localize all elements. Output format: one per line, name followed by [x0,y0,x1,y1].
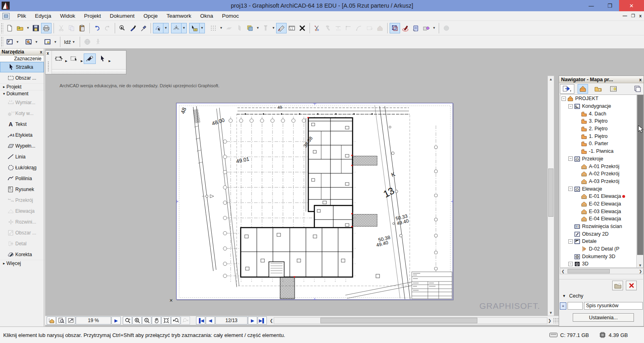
tree-item-label[interactable]: E-02 Elewacja [589,201,621,207]
previous-layout-button[interactable]: ◀ [206,316,215,325]
layout-book-button[interactable] [608,84,619,94]
tree-item-label[interactable]: -1. Piwnica [589,148,613,154]
navigator-close-icon[interactable]: x [639,77,642,82]
tree-row[interactable]: − Przekroje [560,155,637,163]
tree-horizontal-scrollbar[interactable]: ❮ ❯ [560,268,644,274]
menu-item[interactable]: Widok [56,12,80,20]
tree-row[interactable]: − A-02 Przekrój [560,170,637,178]
new-button[interactable] [4,23,15,33]
zoom-box-button[interactable]: ± [123,316,132,325]
tree-row[interactable]: − A-03 Przekrój [560,178,637,185]
teamwork-button[interactable] [441,23,452,33]
previous-zoom-button[interactable] [171,316,180,325]
next-zoom-button[interactable] [181,316,190,325]
cursor-snap-toggle[interactable] [189,23,200,33]
document-icon[interactable] [2,13,10,19]
tree-item-label[interactable]: E-03 Elewacja [589,209,621,214]
selection-toolbar-grip[interactable] [47,61,50,72]
tree-item-label[interactable]: Kondygnacje [582,103,611,109]
preview-button[interactable] [56,316,66,325]
tree-row[interactable]: − 3. Piętro [560,117,637,125]
frame-selection-button[interactable] [390,23,400,33]
tree-item-label[interactable]: Rozwinięcia ścian [582,224,622,229]
project-chooser-button[interactable] [4,37,15,47]
toolbox-item[interactable]: Więcej [0,260,44,267]
canvas-vertical-scrollbar[interactable]: ▲ ▼ [547,76,554,316]
toolbar-grip[interactable] [1,23,3,33]
resize-grip[interactable] [553,318,559,323]
toolbox-item[interactable]: Przekrój [0,195,44,205]
toolbox-close-icon[interactable]: x [40,49,42,54]
vertical-scroll-thumb[interactable] [548,168,553,217]
layout-canvas[interactable]: x ▶ ▶ ▶ ArchiCAD wersja edukacyjna, nie … [44,49,559,327]
project-chooser-dropdown[interactable]: ▼ [15,37,20,47]
horizontal-scroll-thumb[interactable] [320,318,477,323]
menu-item[interactable]: Edycja [31,12,56,20]
toolbox-item[interactable]: Detal [0,238,44,249]
publish-dropdown[interactable]: ▼ [431,23,437,33]
toolbox-item[interactable]: Obszar ... [0,227,44,238]
tree-row[interactable]: − 2. Piętro [560,125,637,133]
tree-expand-toggle[interactable]: − [568,156,573,161]
tree-item-label[interactable]: E-04 Elewacja [589,216,621,222]
tree-expand-toggle[interactable]: − [568,239,573,244]
element-snap-dropdown[interactable]: ▼ [271,23,276,33]
tree-scroll-thumb[interactable] [637,95,643,255]
project-chooser-button[interactable] [560,84,574,94]
toolbox-item[interactable]: Elewacja [0,205,44,216]
tree-row[interactable]: − E-04 Elewacja [560,215,637,223]
layout-book-dropdown[interactable]: ▼ [53,37,58,47]
tree-row[interactable]: − Kondygnacje [560,103,637,110]
curve-edit-button[interactable] [354,23,364,33]
toolbox-item[interactable]: Projekt [0,83,44,90]
restore-button[interactable]: ❐ [601,1,619,10]
selection-toolbar-close-icon[interactable]: x [47,51,49,55]
cursor-snap-dropdown[interactable]: ▼ [200,23,205,33]
open-button[interactable] [15,23,25,33]
marquee-multi-caret[interactable]: ▶ [65,60,67,63]
go-button[interactable]: Idź▼ [62,37,78,47]
tree-item-label[interactable]: Przekroje [582,156,603,162]
hscroll-right-icon[interactable]: ❯ [548,318,551,323]
first-layout-button[interactable]: ▐◀ [196,316,205,325]
toolbox-item[interactable]: Polilinia [0,173,44,184]
explode-button[interactable] [364,23,375,33]
element-snap-button[interactable] [260,23,271,33]
fit-drawing-button[interactable] [66,316,75,325]
close-button[interactable]: ✕ [619,0,644,11]
cut-button[interactable] [56,23,66,33]
toolbox-item[interactable]: Obszar ... [0,72,44,83]
find-select-button[interactable] [117,23,128,33]
tree-expand-toggle[interactable]: − [568,104,573,109]
toolbox-item[interactable]: Rysunek [0,184,44,195]
trace-reference-dropdown[interactable]: ▼ [255,23,260,33]
tree-item-label[interactable]: Detale [582,238,597,244]
gravity-wall-button[interactable] [234,23,245,33]
toolbox-item[interactable]: Strzałka [0,62,44,72]
trim-button[interactable] [333,23,343,33]
properties-section-header[interactable]: ▼ Cechy [562,293,583,299]
tree-row[interactable]: − E-01 Elewacja [560,193,637,200]
toolbar-grip[interactable] [1,37,3,47]
tree-row[interactable]: − -1. Piwnica [560,148,637,155]
minimize-button[interactable]: — [582,1,601,10]
paste-button[interactable] [77,23,87,33]
guide-lines-dropdown[interactable]: ▼ [182,23,187,33]
toolbox-header[interactable]: Narzędzia x [0,49,44,55]
zoom-level-field[interactable]: 19 % [76,316,111,325]
tree-row[interactable]: − Rozwinięcia ścian [560,223,637,230]
tree-scroll-left-icon[interactable]: ❮ [561,269,565,273]
settings-button[interactable]: Ustawienia... [573,313,634,322]
tree-scroll-right-icon[interactable]: ❯ [639,269,642,273]
tree-row[interactable]: − Detale [560,238,637,245]
home-story-button[interactable] [375,23,385,33]
toolbox-item[interactable]: Zaznaczenie [0,55,44,62]
menu-item[interactable]: Plik [13,12,31,20]
open-dropdown[interactable]: ▼ [25,23,31,33]
quick-options-button[interactable] [47,316,56,325]
fillet-corner-button[interactable] [343,23,354,33]
tree-expand-toggle[interactable]: − [561,97,566,101]
tree-row[interactable]: − 0. Parter [560,140,637,148]
tree-row[interactable]: − A-01 Przekrój [560,162,637,170]
arrow-cursor-caret[interactable]: ▶ [109,60,111,63]
